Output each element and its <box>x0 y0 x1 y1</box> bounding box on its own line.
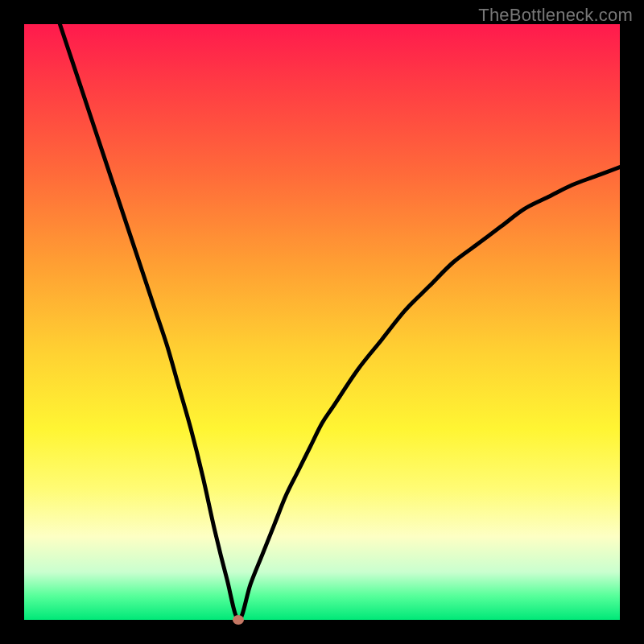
plot-area <box>24 24 620 620</box>
bottleneck-curve <box>60 24 620 620</box>
watermark-text: TheBottleneck.com <box>478 5 633 26</box>
minimum-point-marker <box>233 615 244 625</box>
chart-frame: TheBottleneck.com <box>0 0 644 644</box>
curve-svg <box>24 24 620 620</box>
